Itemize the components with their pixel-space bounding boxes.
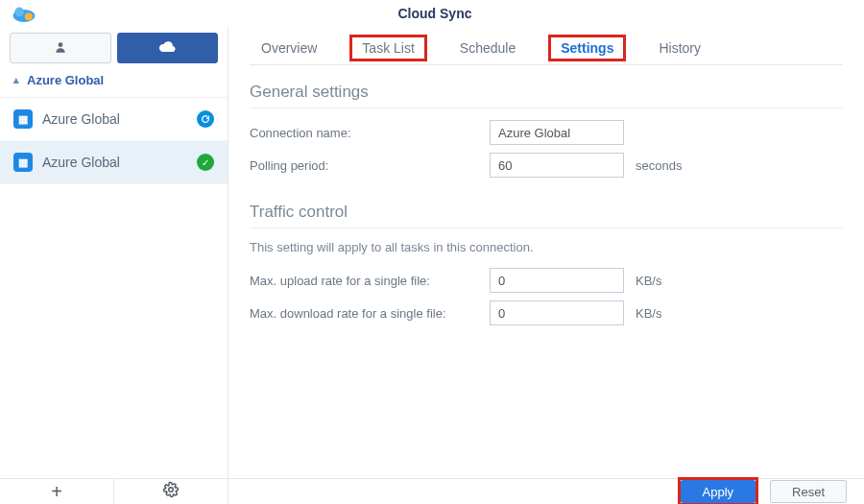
polling-period-input[interactable] (490, 153, 624, 178)
sidebar-connection-item[interactable]: ▦ Azure Global ✓ (0, 141, 228, 184)
user-icon (54, 40, 67, 57)
svg-point-4 (169, 487, 174, 492)
upload-rate-label: Max. upload rate for a single file: (250, 274, 490, 288)
upload-rate-unit: KB/s (636, 274, 661, 288)
download-rate-input[interactable] (490, 300, 624, 325)
ok-status-icon: ✓ (197, 154, 214, 171)
title-bar: Cloud Sync (0, 0, 864, 27)
tab-bar: Overview Task List Schedule Settings His… (250, 31, 843, 65)
app-logo-icon (12, 3, 36, 24)
tab-history[interactable]: History (653, 35, 707, 61)
add-connection-button[interactable]: + (0, 479, 113, 504)
polling-unit: seconds (636, 158, 682, 173)
cloud-icon (158, 41, 176, 56)
reset-button[interactable]: Reset (770, 480, 847, 503)
upload-rate-input[interactable] (490, 268, 624, 293)
plus-icon: + (51, 481, 62, 503)
sync-status-icon (197, 110, 214, 128)
connection-name-label: Connection name: (250, 126, 490, 140)
download-rate-label: Max. download rate for a single file: (250, 306, 490, 321)
sidebar-tab-cloud[interactable] (117, 33, 219, 63)
settings-gear-button[interactable] (113, 479, 228, 504)
apply-button[interactable]: Apply (681, 480, 756, 503)
download-rate-unit: KB/s (636, 306, 661, 321)
bottom-bar: + Apply Reset (0, 478, 864, 504)
traffic-control-heading: Traffic control (250, 203, 843, 222)
tab-overview[interactable]: Overview (255, 35, 323, 61)
sidebar-connection-item[interactable]: ▦ Azure Global (0, 98, 228, 141)
tab-task-list[interactable]: Task List (349, 35, 426, 61)
svg-point-1 (14, 8, 24, 17)
svg-point-3 (58, 42, 62, 47)
sidebar-section-toggle[interactable]: ▴ Azure Global (0, 63, 228, 98)
sidebar: ▴ Azure Global ▦ Azure Global ▦ Azure Gl… (0, 27, 228, 478)
connection-name-input[interactable] (490, 120, 624, 145)
svg-point-2 (25, 12, 33, 20)
provider-icon: ▦ (13, 153, 33, 172)
content-pane: Overview Task List Schedule Settings His… (228, 27, 864, 478)
polling-period-label: Polling period: (250, 158, 490, 173)
sidebar-item-label: Azure Global (42, 111, 187, 127)
app-title: Cloud Sync (44, 6, 864, 21)
sidebar-tab-user[interactable] (10, 33, 111, 63)
sidebar-item-label: Azure Global (42, 155, 187, 170)
gear-icon (162, 481, 180, 503)
sidebar-section-label: Azure Global (27, 73, 104, 87)
provider-icon: ▦ (13, 109, 33, 129)
traffic-description: This setting will apply to all tasks in … (250, 240, 843, 254)
general-settings-heading: General settings (250, 83, 843, 102)
tab-schedule[interactable]: Schedule (454, 35, 521, 61)
tab-settings[interactable]: Settings (548, 35, 626, 61)
chevron-up-icon: ▴ (13, 74, 19, 86)
